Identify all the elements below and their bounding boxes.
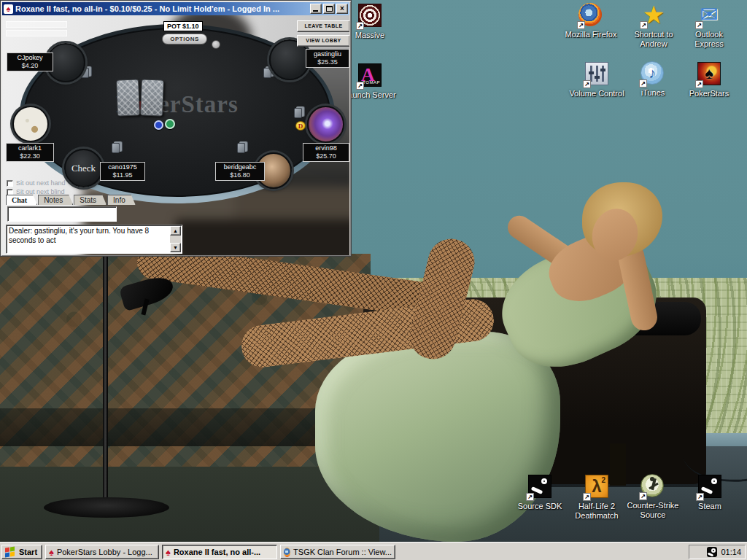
- table-info-line: [6, 21, 67, 28]
- window-title: Roxane II fast, no all-in - $0.10/$0.25 …: [15, 4, 309, 13]
- tab-chat[interactable]: Chat: [6, 195, 37, 205]
- minimize-button[interactable]: [310, 4, 322, 14]
- shortcut-arrow-icon: ↗: [583, 80, 591, 88]
- shortcut-arrow-icon: ↗: [526, 493, 534, 501]
- taskbar-clock: 01:14: [721, 548, 741, 556]
- pot-label: POT $1.10: [163, 21, 203, 31]
- options-button[interactable]: OPTIONS: [162, 34, 207, 44]
- seat-plate: cano1975 $11.95: [100, 162, 145, 181]
- chat-log[interactable]: Dealer: gastingliu, it's your turn. You …: [6, 225, 182, 254]
- table-info-line: [6, 30, 67, 36]
- leave-table-button[interactable]: LEAVE TABLE: [297, 20, 349, 32]
- shortcut-arrow-icon: ↗: [640, 21, 648, 29]
- chat-tabs: Chat Notes Stats Info: [6, 195, 136, 205]
- desktop-icon-hl2-deathmatch[interactable]: λ2↗ Half-Life 2 Deathmatch: [569, 474, 624, 521]
- hole-card-back: [116, 79, 140, 116]
- avatar-ervin98: [307, 106, 344, 143]
- table-content-area: PokerStars Check D: [2, 15, 349, 255]
- close-button[interactable]: ×: [336, 4, 348, 14]
- steam-tray-icon[interactable]: [707, 547, 717, 557]
- seat-plate: CJpokey $4.20: [7, 52, 53, 71]
- player-cards-marker: [263, 68, 271, 78]
- windows-logo-icon: [5, 547, 16, 557]
- player-name: gastingliu: [306, 50, 349, 58]
- seat-plate: carlark1 $22.30: [6, 143, 54, 162]
- maximize-button[interactable]: [323, 4, 335, 14]
- desktop-icon-pokerstars[interactable]: ♠↗ PokerStars: [681, 61, 737, 98]
- tab-stats[interactable]: Stats: [74, 195, 107, 205]
- window-titlebar[interactable]: ♠ Roxane II fast, no all-in - $0.10/$0.2…: [2, 2, 349, 15]
- player-stack: $4.20: [7, 62, 53, 70]
- shortcut-arrow-icon: ↗: [639, 79, 647, 88]
- player-name: cano1975: [101, 163, 144, 171]
- sitout-next-hand-row: Sit out next hand: [7, 179, 66, 187]
- tab-info[interactable]: Info: [107, 195, 136, 205]
- taskbar-button-roxane-table[interactable]: ♠ Roxane II fast, no all-...: [162, 545, 277, 559]
- tab-notes[interactable]: Notes: [38, 195, 73, 205]
- backdrop-figure: [176, 219, 349, 255]
- icon-label: Mozilla Firefox: [563, 30, 619, 39]
- seat-plate: beridgeabc $16.80: [215, 162, 265, 181]
- note-dot-button[interactable]: [212, 40, 220, 49]
- desktop-icon-itunes[interactable]: ♪↗ iTunes: [625, 61, 681, 98]
- poker-table-window: ♠ Roxane II fast, no all-in - $0.10/$0.2…: [0, 0, 352, 257]
- player-name: beridgeabc: [216, 163, 264, 171]
- firefox-icon: [284, 548, 290, 557]
- system-tray: 01:14: [689, 545, 746, 559]
- dealer-message: Dealer: gastingliu, it's your turn. You …: [9, 226, 163, 245]
- chat-input[interactable]: [7, 206, 117, 222]
- shortcut-arrow-icon: ↗: [356, 22, 364, 30]
- player-stack: $25.70: [303, 152, 349, 160]
- icon-label: Steam: [682, 502, 738, 511]
- player-cards-marker: [112, 143, 120, 153]
- start-label: Start: [19, 548, 37, 556]
- scroll-up-icon[interactable]: ▲: [170, 226, 181, 236]
- shortcut-arrow-icon: ↗: [639, 492, 647, 500]
- pot-chip-blue: [154, 120, 163, 130]
- wallpaper-mic-stand-pole: [103, 255, 108, 509]
- desktop-icon-outlook-express[interactable]: ✉↗ Outlook Express: [681, 3, 737, 49]
- player-stack: $16.80: [216, 171, 264, 179]
- taskbar-button-tsgk-forum[interactable]: TSGK Clan Forum :: View...: [280, 545, 395, 559]
- hole-card-back: [140, 79, 164, 116]
- seat-plate: ervin98 $25.70: [303, 143, 349, 162]
- taskbar-button-pokerstars-lobby[interactable]: ♠ PokerStars Lobby - Logg...: [45, 545, 159, 559]
- pokerstars-spade-icon: ♠: [166, 548, 171, 557]
- icon-label: PokerStars: [681, 89, 737, 98]
- taskbar: Start ♠ PokerStars Lobby - Logg... ♠ Rox…: [0, 542, 747, 560]
- player-stack: $22.30: [7, 152, 53, 160]
- check-button[interactable]: Check: [64, 149, 103, 187]
- player-stack: $25.35: [306, 58, 349, 66]
- checkbox-label: Sit out next hand: [16, 179, 66, 187]
- icon-label: Outlook Express: [681, 30, 737, 49]
- wallpaper-mic-stand-base: [44, 497, 169, 518]
- start-button[interactable]: Start: [1, 545, 42, 559]
- chat-scrollbar[interactable]: ▲ ▼: [170, 226, 181, 252]
- scroll-down-icon[interactable]: ▼: [170, 243, 181, 252]
- desktop-icon-shortcut-to-andrew[interactable]: ★↗ Shortcut to Andrew: [626, 3, 681, 49]
- view-lobby-button[interactable]: VIEW LOBBY: [297, 35, 349, 47]
- player-name: carlark1: [7, 144, 53, 152]
- seat-plate: gastingliu $25.35: [306, 49, 349, 68]
- shortcut-arrow-icon: ↗: [577, 21, 585, 29]
- avatar-carlark1: [12, 106, 49, 142]
- shortcut-arrow-icon: ↗: [356, 82, 364, 90]
- pokerstars-spade-icon: ♠: [49, 548, 54, 557]
- sitout-next-hand-checkbox[interactable]: [7, 180, 13, 187]
- shortcut-arrow-icon: ↗: [695, 21, 703, 29]
- desktop-screen: ↗ Massive ATOMAP↗ Launch Server ↗ Mozill…: [0, 0, 747, 560]
- taskbar-button-label: TSGK Clan Forum :: View...: [293, 548, 392, 556]
- check-label: Check: [71, 163, 96, 174]
- taskbar-button-label: Roxane II fast, no all-...: [174, 548, 260, 556]
- desktop-icon-source-sdk[interactable]: ↗ Source SDK: [512, 474, 568, 511]
- pokerstars-spade-icon: ♠: [4, 4, 13, 14]
- player-cards-marker: [237, 143, 245, 153]
- icon-label: Counter-Strike Source: [625, 501, 681, 520]
- desktop-icon-steam[interactable]: ↗ Steam: [682, 474, 738, 511]
- taskbar-button-label: PokerStars Lobby - Logg...: [57, 548, 152, 556]
- desktop-icon-volume-control[interactable]: ↗ Volume Control: [569, 61, 624, 98]
- player-stack: $11.95: [101, 171, 144, 179]
- desktop-icon-firefox[interactable]: ↗ Mozilla Firefox: [563, 3, 619, 39]
- desktop-icon-counter-strike-source[interactable]: ↗ Counter-Strike Source: [625, 474, 681, 520]
- icon-label: Volume Control: [569, 89, 624, 98]
